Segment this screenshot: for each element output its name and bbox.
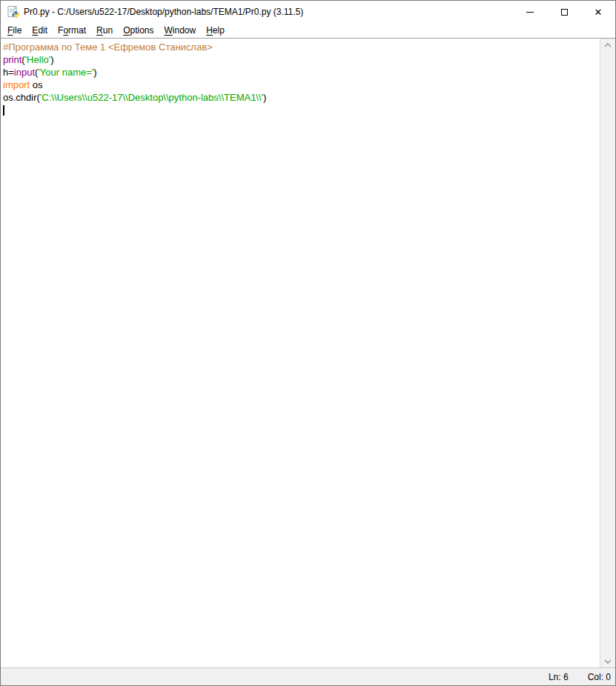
minimize-button[interactable] — [513, 1, 547, 23]
code-line — [3, 104, 600, 116]
code-segment-builtin: input — [14, 67, 35, 78]
window-title: Pr0.py - C:/Users/u522-17/Desktop/python… — [24, 7, 303, 17]
code-segment-plain: os — [30, 79, 42, 90]
menu-format[interactable]: Format — [53, 24, 91, 38]
chevron-down-icon — [604, 659, 612, 664]
code-segment-string: 'Hello' — [25, 54, 51, 65]
code-segment-builtin: print — [3, 54, 21, 65]
menu-run[interactable]: Run — [91, 24, 118, 38]
code-segment-string: 'Your name=' — [38, 67, 93, 78]
idle-editor-window: Pr0.py - C:/Users/u522-17/Desktop/python… — [0, 0, 616, 686]
line-indicator: Ln: 6 — [544, 672, 573, 682]
text-cursor — [3, 105, 4, 116]
minimize-icon — [526, 12, 534, 13]
python-file-icon — [7, 6, 19, 18]
window-controls: ✕ — [513, 1, 615, 23]
code-segment-plain: ) — [263, 92, 266, 103]
code-line: h=input('Your name=') — [3, 66, 600, 79]
code-segment-string: 'C:\\Users\\u522-17\\Desktop\\python-lab… — [40, 92, 263, 103]
code-editor[interactable]: #Программа по Теме 1 <Ефремов Станислав>… — [1, 39, 600, 667]
scroll-down-button[interactable] — [600, 655, 615, 667]
scroll-up-button[interactable] — [600, 39, 615, 51]
code-segment-comment: #Программа по Теме 1 <Ефремов Станислав> — [3, 41, 213, 53]
status-bar: Ln: 6 Col: 0 — [1, 667, 615, 685]
code-segment-plain: ) — [93, 67, 96, 78]
maximize-button[interactable] — [547, 1, 581, 23]
menu-options[interactable]: Options — [118, 24, 159, 38]
code-line: os.chdir('C:\\Users\\u522-17\\Desktop\\p… — [3, 91, 600, 104]
menu-window[interactable]: Window — [159, 24, 202, 38]
column-indicator: Col: 0 — [583, 672, 615, 682]
close-icon: ✕ — [595, 7, 603, 17]
code-segment-plain: ) — [50, 54, 53, 65]
vertical-scrollbar[interactable] — [600, 39, 615, 667]
code-line: import os — [3, 79, 600, 91]
window-body: #Программа по Теме 1 <Ефремов Станислав>… — [1, 39, 615, 667]
maximize-icon — [561, 9, 568, 16]
title-bar: Pr0.py - C:/Users/u522-17/Desktop/python… — [1, 1, 615, 23]
menu-file[interactable]: File — [2, 24, 27, 38]
menu-edit[interactable]: Edit — [27, 24, 53, 38]
code-line: #Программа по Теме 1 <Ефремов Станислав> — [3, 41, 600, 53]
code-segment-keyword: import — [3, 79, 30, 90]
code-segment-plain: h= — [3, 67, 14, 78]
code-segment-plain: os.chdir( — [3, 92, 40, 103]
menu-help[interactable]: Help — [201, 24, 230, 38]
menu-bar: FileEditFormatRunOptionsWindowHelp — [1, 23, 615, 39]
chevron-up-icon — [604, 43, 612, 47]
close-button[interactable]: ✕ — [581, 1, 615, 23]
code-line: print('Hello') — [3, 53, 600, 66]
